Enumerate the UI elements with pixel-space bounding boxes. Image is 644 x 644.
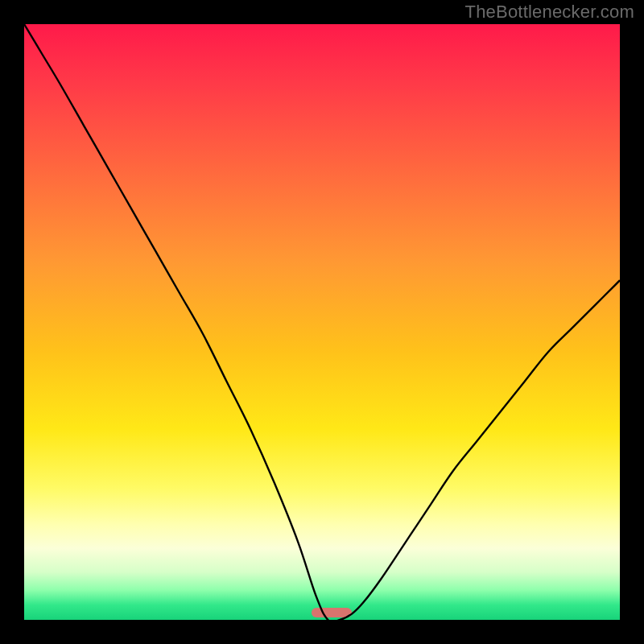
bottleneck-curve bbox=[24, 24, 620, 620]
curve-path bbox=[24, 24, 620, 620]
plot-area bbox=[24, 24, 620, 620]
watermark-text: TheBottlenecker.com bbox=[465, 2, 634, 23]
chart-frame: TheBottlenecker.com bbox=[0, 0, 644, 644]
